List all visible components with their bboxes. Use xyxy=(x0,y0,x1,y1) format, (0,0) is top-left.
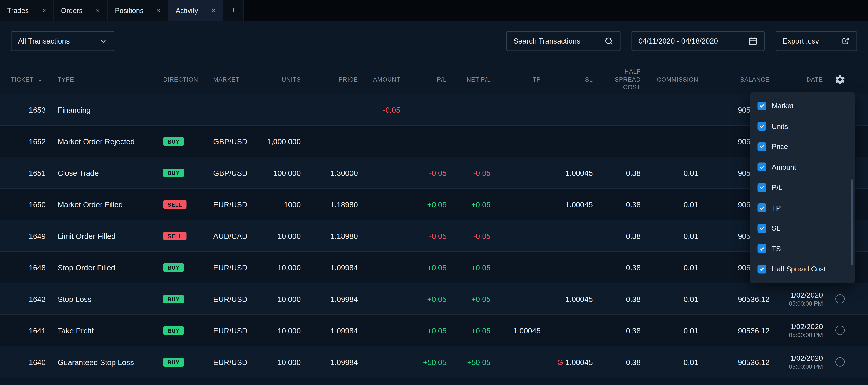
table-row[interactable]: 1642 Stop Loss BUY EUR/USD 10,000 1.0998… xyxy=(0,283,868,314)
checkbox-checked-icon[interactable] xyxy=(758,265,766,274)
search-icon[interactable] xyxy=(604,36,614,46)
column-toggle-units[interactable]: Units xyxy=(750,116,855,137)
checkbox-checked-icon[interactable] xyxy=(758,142,766,151)
cell-type: Market Order Filled xyxy=(46,200,152,208)
column-settings-button[interactable] xyxy=(834,74,846,85)
col-header-type[interactable]: TYPE xyxy=(46,76,152,83)
table-row[interactable]: 1653 Financing -0.05 90536.12 1/02/2020 … xyxy=(0,94,868,125)
checkbox-checked-icon[interactable] xyxy=(758,163,766,171)
column-toggle-label: TP xyxy=(772,204,781,212)
export-csv-button[interactable]: Export .csv xyxy=(776,31,857,51)
col-header-net-pl[interactable]: NET P/L xyxy=(446,76,491,83)
tab-close-icon[interactable]: × xyxy=(42,6,46,14)
cell-half-spread-cost: 0.38 xyxy=(593,326,641,335)
column-toggle-ts[interactable]: TS xyxy=(750,238,855,259)
direction-badge: BUY xyxy=(163,263,184,272)
tab-bar: Trades × Orders × Positions × Activity ×… xyxy=(0,0,868,21)
table-row[interactable]: 1651 Close Trade BUY GBP/USD 100,000 1.3… xyxy=(0,157,868,188)
cell-commission: 0.01 xyxy=(641,263,698,272)
table-row[interactable]: 1649 Limit Order Filled SELL AUD/CAD 10,… xyxy=(0,220,868,251)
tab-close-icon[interactable]: × xyxy=(96,6,100,14)
cell-units: 1000 xyxy=(249,200,301,208)
menu-scrollbar-thumb[interactable] xyxy=(851,180,854,265)
cell-market: EUR/USD xyxy=(202,263,249,272)
chevron-down-icon xyxy=(100,37,107,45)
info-icon[interactable]: i xyxy=(835,326,845,335)
col-header-units[interactable]: UNITS xyxy=(249,76,301,83)
cell-units: 10,000 xyxy=(249,326,301,335)
cell-net-pl: +50.05 xyxy=(446,358,491,366)
checkbox-checked-icon[interactable] xyxy=(758,122,766,131)
info-icon[interactable]: i xyxy=(835,294,845,303)
export-label: Export .csv xyxy=(783,37,819,45)
toolbar: All Transactions Search Transactions 04/… xyxy=(11,31,857,51)
column-toggle-half-spread-cost[interactable]: Half Spread Cost xyxy=(750,259,855,279)
column-toggle-label: Market xyxy=(772,102,794,110)
col-header-direction[interactable]: DIRECTION xyxy=(152,76,202,83)
cell-net-pl: +0.05 xyxy=(446,294,491,303)
tab-trades[interactable]: Trades × xyxy=(0,0,54,21)
col-header-pl[interactable]: P/L xyxy=(400,76,446,83)
cell-type: Stop Loss xyxy=(46,294,152,303)
cell-amount: -0.05 xyxy=(358,105,400,114)
table-row[interactable]: 1648 Stop Order Filled BUY EUR/USD 10,00… xyxy=(0,251,868,283)
cell-ticket: 1649 xyxy=(11,231,46,240)
tab-orders[interactable]: Orders × xyxy=(54,0,108,21)
col-header-half-spread-cost[interactable]: HALF SPREAD COST xyxy=(593,67,641,91)
col-header-price[interactable]: PRICE xyxy=(301,76,358,83)
cell-sl: 1.00045 xyxy=(540,168,593,177)
cell-price: 1.18980 xyxy=(301,200,358,208)
column-toggle-sl[interactable]: SL xyxy=(750,218,855,238)
col-header-balance[interactable]: BALANCE xyxy=(698,76,770,83)
tab-activity[interactable]: Activity × xyxy=(168,0,223,21)
cell-market: EUR/USD xyxy=(202,358,249,366)
info-icon[interactable]: i xyxy=(835,357,845,367)
search-transactions-input[interactable]: Search Transactions xyxy=(506,31,621,51)
cell-pl: -0.05 xyxy=(400,168,446,177)
col-header-sl[interactable]: SL xyxy=(540,76,593,83)
table-row[interactable]: 1650 Market Order Filled SELL EUR/USD 10… xyxy=(0,188,868,220)
date-range-picker[interactable]: 04/11/2020 - 04/18/2020 xyxy=(631,31,765,51)
tab-close-icon[interactable]: × xyxy=(157,6,161,14)
cell-units: 1,000,000 xyxy=(249,137,301,146)
table-row[interactable]: 1641 Take Profit BUY EUR/USD 10,000 1.09… xyxy=(0,314,868,346)
cell-direction: SELL xyxy=(152,200,202,209)
table-row[interactable]: 1640 Guaranteed Stop Loss BUY EUR/USD 10… xyxy=(0,346,868,377)
new-tab-button[interactable]: + xyxy=(223,0,244,21)
column-toggle-tp[interactable]: TP xyxy=(750,198,855,218)
checkbox-checked-icon[interactable] xyxy=(758,203,766,212)
cell-half-spread-cost: 0.38 xyxy=(593,168,641,177)
checkbox-checked-icon[interactable] xyxy=(758,102,766,110)
col-header-amount[interactable]: AMOUNT xyxy=(358,76,400,83)
cell-commission: 0.01 xyxy=(641,200,698,208)
column-toggle-price[interactable]: Price xyxy=(750,137,855,157)
cell-commission: 0.01 xyxy=(641,326,698,335)
table-row[interactable]: 1652 Market Order Rejected BUY GBP/USD 1… xyxy=(0,125,868,157)
cell-net-pl: -0.05 xyxy=(446,168,491,177)
checkbox-checked-icon[interactable] xyxy=(758,244,766,253)
tab-positions[interactable]: Positions × xyxy=(108,0,168,21)
direction-badge: SELL xyxy=(163,200,187,209)
cell-ticket: 1652 xyxy=(11,137,46,146)
toolbar-right-group: Search Transactions 04/11/2020 - 04/18/2… xyxy=(506,31,857,51)
export-icon xyxy=(841,36,850,46)
col-header-date[interactable]: DATE xyxy=(770,76,823,83)
cell-price: 1.09984 xyxy=(301,294,358,303)
column-toggle-amount[interactable]: Amount xyxy=(750,157,855,177)
column-toggle-market[interactable]: Market xyxy=(750,96,855,116)
col-header-commission[interactable]: COMMISSION xyxy=(641,76,698,83)
col-header-tp[interactable]: TP xyxy=(491,76,540,83)
col-header-ticket[interactable]: TICKET xyxy=(11,76,46,83)
col-header-market[interactable]: MARKET xyxy=(202,76,249,83)
column-toggle-p-l[interactable]: P/L xyxy=(750,177,855,198)
cell-ticket: 1651 xyxy=(11,168,46,177)
checkbox-checked-icon[interactable] xyxy=(758,183,766,192)
tab-close-icon[interactable]: × xyxy=(211,6,216,14)
transactions-filter-dropdown[interactable]: All Transactions xyxy=(11,31,114,51)
cell-type: Take Profit xyxy=(46,326,152,335)
cell-direction: BUY xyxy=(152,263,202,272)
cell-net-pl: +0.05 xyxy=(446,200,491,208)
cell-balance: 90536.12 xyxy=(698,358,770,366)
checkbox-checked-icon[interactable] xyxy=(758,224,766,232)
column-toggle-label: Amount xyxy=(772,163,796,171)
